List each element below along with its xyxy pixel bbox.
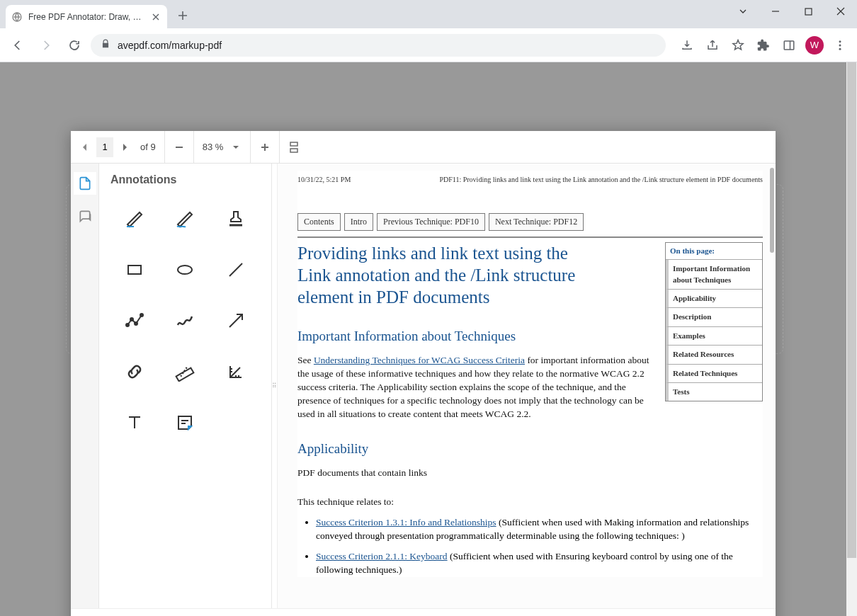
avatar-letter: W — [805, 36, 824, 55]
tool-freehand-highlight-icon[interactable] — [164, 203, 207, 234]
bookmark-icon[interactable] — [727, 34, 749, 57]
doc-list-item: Success Criterion 2.1.1: Keyboard (Suffi… — [316, 550, 763, 577]
reload-button[interactable] — [62, 33, 86, 57]
svg-point-3 — [839, 40, 841, 42]
menu-icon[interactable] — [829, 34, 851, 57]
doc-sidebox: On this page: Important Information abou… — [665, 242, 763, 402]
doc-link-understanding[interactable]: Understanding Techniques for WCAG Succes… — [314, 355, 525, 365]
doc-h1: Providing links and link text using the … — [297, 242, 581, 309]
sidebox-item[interactable]: Description — [666, 308, 762, 326]
profile-avatar[interactable]: W — [803, 34, 826, 57]
sidebox-item[interactable]: Related Techniques — [666, 365, 762, 383]
doc-nav-next[interactable]: Next Technique: PDF12 — [489, 213, 584, 231]
back-button[interactable] — [6, 33, 30, 57]
doc-timestamp: 10/31/22, 5:21 PM — [297, 175, 351, 185]
tool-ruler-icon[interactable] — [164, 356, 207, 387]
tab-close-button[interactable] — [150, 11, 161, 23]
doc-nav-intro[interactable]: Intro — [344, 213, 373, 231]
rail-annotations-icon[interactable] — [74, 172, 96, 195]
extensions-icon[interactable] — [752, 34, 775, 57]
sidebox-item[interactable]: Examples — [666, 327, 762, 346]
layout-button[interactable] — [284, 137, 304, 157]
doc-link-sc131[interactable]: Success Criterion 1.3.1: Info and Relati… — [316, 517, 496, 527]
prev-page-button[interactable] — [75, 137, 95, 157]
browser-scrollbar[interactable] — [846, 62, 857, 616]
zoom-dropdown[interactable] — [226, 137, 246, 157]
zoom-level[interactable]: 83 % — [198, 142, 225, 152]
tab-favicon — [11, 11, 23, 23]
annotations-panel: Annotations — [99, 164, 272, 608]
tool-stamp-icon[interactable] — [215, 203, 257, 234]
zoom-in-button[interactable] — [255, 137, 275, 157]
scrollbar-thumb[interactable] — [847, 62, 856, 558]
doc-list-item: Success Criterion 1.3.1: Info and Relati… — [316, 516, 763, 543]
browser-titlebar: Free PDF Annotator: Draw, Hig — [0, 0, 857, 28]
svg-rect-1 — [805, 8, 812, 15]
panel-divider[interactable]: ⠿ — [272, 164, 278, 608]
pdf-viewport[interactable]: 10/31/22, 5:21 PM PDF11: Providing links… — [278, 164, 776, 608]
tool-arrow-icon[interactable] — [215, 305, 257, 336]
tool-freehand-icon[interactable] — [164, 305, 207, 336]
tool-text-icon[interactable] — [113, 407, 156, 438]
pdf-scrollbar[interactable] — [770, 168, 774, 253]
annotations-title: Annotations — [108, 173, 263, 186]
svg-rect-7 — [290, 149, 297, 152]
window-minimize[interactable] — [759, 0, 792, 23]
svg-point-11 — [130, 318, 133, 321]
page-count-label: of 9 — [136, 142, 160, 152]
browser-address-bar: avepdf.com/markup-pdf W — [0, 28, 857, 62]
doc-paragraph: This technique relates to: — [297, 496, 763, 509]
page-background: of 9 83 % Annotations — [0, 62, 857, 616]
install-icon[interactable] — [676, 34, 698, 57]
rail-comments-icon[interactable] — [74, 205, 96, 227]
window-close[interactable] — [824, 0, 857, 23]
tool-line-icon[interactable] — [215, 254, 257, 285]
doc-link-sc211[interactable]: Success Criterion 2.1.1: Keyboard — [316, 551, 448, 561]
sidebox-item[interactable]: Applicability — [666, 290, 762, 308]
sidebox-item[interactable]: Important Information about Techniques — [666, 260, 762, 290]
tool-rectangle-icon[interactable] — [113, 254, 156, 285]
svg-rect-8 — [128, 266, 141, 274]
lock-icon — [101, 39, 110, 51]
tool-polyline-icon[interactable] — [113, 305, 156, 336]
next-page-button[interactable] — [115, 137, 135, 157]
svg-point-5 — [839, 47, 841, 50]
window-maximize[interactable] — [792, 0, 824, 23]
page-number-input[interactable] — [96, 137, 113, 157]
doc-paragraph: PDF documents that contain links — [297, 467, 763, 480]
doc-header-title: PDF11: Providing links and link text usi… — [439, 175, 763, 185]
doc-nav-prev[interactable]: Previous Technique: PDF10 — [377, 213, 485, 231]
tool-link-icon[interactable] — [113, 356, 156, 387]
side-rail — [71, 164, 99, 608]
window-controls — [727, 0, 857, 23]
sidebox-item[interactable]: Tests — [666, 383, 762, 401]
tool-sticky-note-icon[interactable] — [164, 407, 207, 438]
pdf-page: 10/31/22, 5:21 PM PDF11: Providing links… — [297, 171, 763, 577]
url-text: avepdf.com/markup-pdf — [118, 40, 222, 51]
svg-point-10 — [126, 324, 129, 326]
zoom-out-button[interactable] — [169, 137, 189, 157]
svg-point-9 — [178, 266, 192, 274]
pdf-toolbar: of 9 83 % — [71, 131, 776, 164]
svg-rect-14 — [176, 368, 194, 382]
doc-h2-applicability: Applicability — [297, 440, 763, 459]
tool-ellipse-icon[interactable] — [164, 254, 207, 285]
svg-point-13 — [140, 314, 143, 316]
tool-area-icon[interactable] — [215, 356, 257, 387]
new-tab-button[interactable] — [173, 6, 193, 25]
sidebox-title: On this page: — [666, 243, 762, 260]
url-box[interactable]: avepdf.com/markup-pdf — [91, 34, 666, 57]
svg-rect-2 — [784, 41, 794, 50]
svg-rect-6 — [290, 142, 297, 146]
share-icon[interactable] — [701, 34, 724, 57]
forward-button[interactable] — [34, 33, 58, 57]
tool-highlighter-icon[interactable] — [113, 203, 156, 234]
svg-point-12 — [135, 322, 137, 325]
pdf-editor-modal: of 9 83 % Annotations — [71, 131, 776, 616]
svg-point-4 — [839, 44, 841, 46]
doc-nav-contents[interactable]: Contents — [297, 213, 341, 231]
window-dropdown[interactable] — [727, 0, 759, 23]
sidepanel-icon[interactable] — [778, 34, 800, 57]
sidebox-item[interactable]: Related Resources — [666, 346, 762, 364]
browser-tab[interactable]: Free PDF Annotator: Draw, Hig — [6, 5, 167, 28]
